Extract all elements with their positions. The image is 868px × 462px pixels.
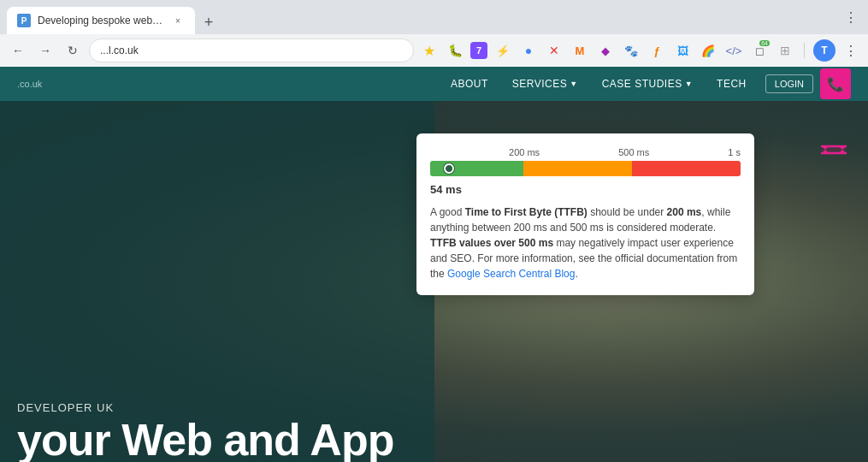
address-bar-row: ← → ↻ ...l.co.uk ★ 🐛 7 ⚡ ● ✕ M ◆ 🐾 ƒ 🖼 🌈…	[0, 34, 868, 67]
address-bar[interactable]: ...l.co.uk	[89, 38, 414, 62]
ttfb-scale-labels: 200 ms 500 ms 1 s	[430, 147, 741, 157]
ttfb-bar-container	[430, 161, 741, 176]
login-button[interactable]: LOGIN	[765, 74, 813, 93]
expand-icon	[818, 134, 849, 171]
ttfb-bad-threshold: TTFB values over 500 ms	[430, 237, 553, 249]
services-arrow-icon: ▼	[570, 80, 577, 88]
url-text: ...l.co.uk	[100, 44, 403, 56]
label-200ms: 200 ms	[509, 147, 540, 157]
extension-rainbow-icon[interactable]: 🌈	[698, 40, 718, 61]
extension-paw-icon[interactable]: 🐾	[621, 40, 641, 61]
nav-items: ABOUT SERVICES ▼ CASE STUDIES ▼ TECH	[439, 67, 759, 101]
hero-text-area: DEVELOPER UK your Web and App	[0, 401, 521, 462]
forward-button[interactable]: →	[34, 39, 56, 62]
site-header: .co.uk ABOUT SERVICES ▼ CASE STUDIES ▼ T…	[0, 67, 868, 101]
extension-blue-icon[interactable]: ●	[518, 40, 539, 61]
tab-favicon: P	[17, 14, 31, 27]
hero-title: your Web and App	[17, 418, 504, 462]
nav-tech[interactable]: TECH	[705, 67, 759, 101]
extension-lightning-icon[interactable]: ⚡	[493, 40, 513, 61]
chrome-menu-button[interactable]: ⋮	[841, 39, 861, 62]
ttfb-link[interactable]: Google Search Central Blog	[447, 268, 575, 280]
ttfb-term: Time to First Byte (TTFB)	[465, 206, 588, 218]
ttfb-description: A good Time to First Byte (TTFB) should …	[430, 204, 741, 281]
case-studies-arrow-icon: ▼	[685, 80, 693, 88]
tab-bar: P Developing bespoke web and × +	[7, 0, 221, 34]
profile-button[interactable]: T	[813, 39, 836, 62]
tab-close-button[interactable]: ×	[171, 14, 185, 27]
browser-controls-right: ⋮	[841, 6, 861, 29]
bookmark-star-icon[interactable]: ★	[419, 40, 440, 61]
ttfb-good-threshold: 200 ms	[667, 206, 702, 218]
browser-chrome: P Developing bespoke web and × + ⋮	[0, 0, 868, 34]
website-content: .co.uk ABOUT SERVICES ▼ CASE STUDIES ▼ T…	[0, 67, 868, 462]
extension-diamond-icon[interactable]: ◆	[595, 40, 616, 61]
extension-badge-icon[interactable]: ◻ 64	[749, 40, 770, 61]
site-logo: .co.uk	[17, 79, 42, 89]
browser-menu-button[interactable]: ⋮	[841, 6, 861, 29]
ttfb-ms-value: 54 ms	[430, 183, 741, 196]
bar-orange	[523, 161, 632, 176]
reload-button[interactable]: ↻	[62, 39, 84, 62]
extension-image-icon[interactable]: 🖼	[672, 40, 693, 61]
extension-bug-icon[interactable]: 🐛	[445, 40, 465, 61]
tab-title: Developing bespoke web and	[38, 15, 164, 27]
hero-subtitle: DEVELOPER UK	[17, 401, 504, 414]
extension-m-icon[interactable]: M	[570, 40, 590, 61]
expand-icon-overlay[interactable]	[817, 135, 851, 169]
extension-7-icon[interactable]: 7	[470, 42, 487, 59]
bar-red	[632, 161, 741, 176]
label-1s: 1 s	[728, 147, 741, 157]
nav-case-studies[interactable]: CASE STUDIES ▼	[590, 67, 705, 101]
phone-icon[interactable]: 📞	[820, 68, 851, 99]
active-tab[interactable]: P Developing bespoke web and ×	[7, 7, 195, 34]
ttfb-popup: 200 ms 500 ms 1 s 54 ms A good Time to F…	[416, 133, 754, 295]
extension-grid-icon[interactable]: ⊞	[775, 40, 795, 61]
nav-services[interactable]: SERVICES ▼	[500, 67, 590, 101]
nav-about[interactable]: ABOUT	[439, 67, 500, 101]
extension-f-icon[interactable]: ƒ	[647, 40, 667, 61]
extension-code-icon[interactable]: </>	[723, 40, 744, 61]
label-500ms: 500 ms	[618, 147, 649, 157]
ttfb-current-indicator	[444, 163, 454, 174]
back-button[interactable]: ←	[7, 39, 29, 62]
toolbar-separator	[804, 43, 805, 58]
new-tab-button[interactable]: +	[197, 10, 221, 34]
extension-x-icon[interactable]: ✕	[544, 40, 564, 61]
extension-badge: 64	[759, 40, 770, 46]
ttfb-bar	[430, 161, 741, 176]
